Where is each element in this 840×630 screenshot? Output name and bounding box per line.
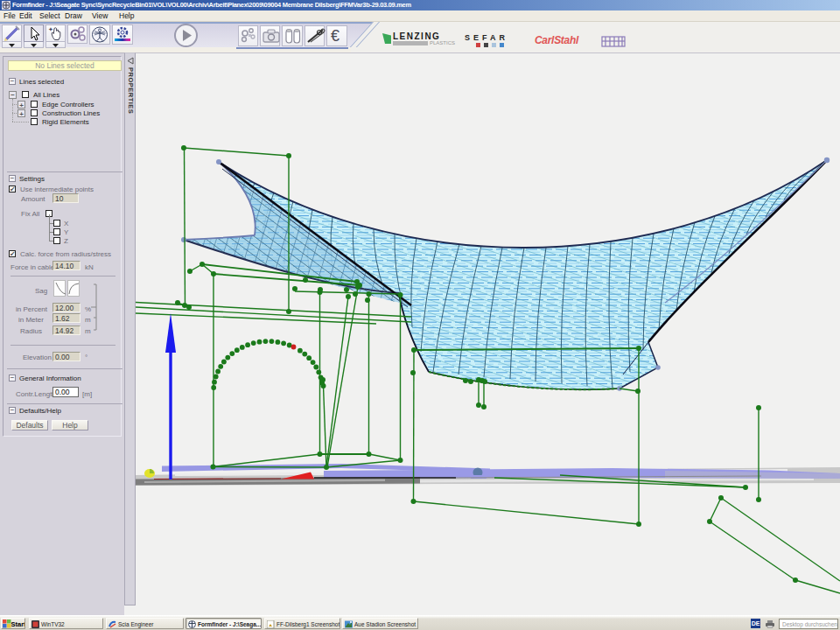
svg-text:✦: ✦ (48, 26, 53, 32)
svg-text:€: € (331, 27, 340, 45)
